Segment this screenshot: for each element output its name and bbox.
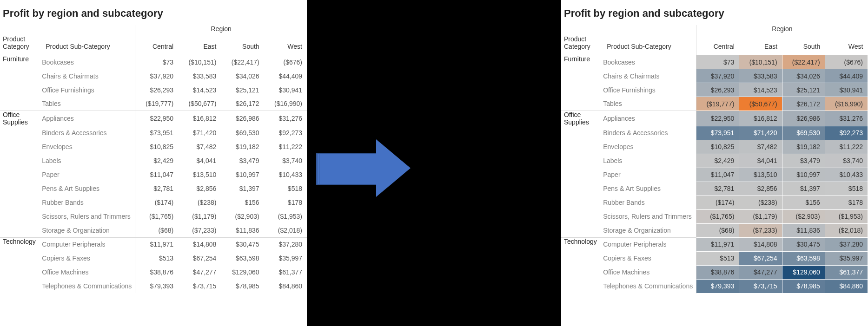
profit-cell: $69,530 [221, 126, 264, 140]
profit-cell: $26,986 [221, 111, 264, 126]
profit-cell: $2,429 [696, 154, 739, 168]
profit-cell: ($676) [825, 55, 868, 69]
profit-cell: $69,530 [782, 126, 825, 140]
subcategory-label: Pens & Art Supplies [603, 182, 696, 196]
subcategory-label: Bookcases [603, 55, 696, 69]
profit-cell: $14,523 [739, 83, 782, 97]
category-label [561, 251, 603, 265]
profit-cell: $71,420 [178, 126, 221, 140]
profit-cell: $3,479 [221, 154, 264, 168]
category-label [561, 97, 603, 111]
profit-cell: $35,997 [825, 251, 868, 265]
profit-cell: $71,420 [739, 126, 782, 140]
table-row: Chairs & Chairmats$37,920$33,583$34,026$… [0, 69, 307, 83]
profit-cell: $11,836 [221, 223, 264, 237]
profit-cell: $63,598 [221, 251, 264, 265]
table-row: Pens & Art Supplies$2,781$2,856$1,397$51… [0, 182, 307, 196]
subcategory-label: Storage & Organization [603, 223, 696, 237]
category-label [561, 279, 603, 293]
subcategory-label: Paper [603, 168, 696, 182]
profit-cell: ($10,151) [739, 55, 782, 69]
profit-cell: $33,583 [178, 69, 221, 83]
profit-cell: ($1,765) [696, 209, 739, 223]
profit-cell: $92,273 [264, 126, 307, 140]
profit-cell: $26,986 [782, 111, 825, 126]
profit-cell: $16,812 [739, 111, 782, 126]
profit-cell: $156 [782, 196, 825, 209]
profit-cell: $47,277 [178, 265, 221, 279]
profit-cell: $26,293 [696, 83, 739, 97]
profit-cell: $19,182 [782, 140, 825, 154]
profit-cell: $129,060 [221, 265, 264, 279]
profit-cell: $2,781 [696, 182, 739, 196]
profit-cell: $7,482 [739, 140, 782, 154]
subcategory-label: Copiers & Faxes [603, 251, 696, 265]
profit-cell: $73 [135, 55, 178, 69]
profit-cell: $10,433 [825, 168, 868, 182]
profit-cell: $22,950 [135, 111, 178, 126]
col-header-region: East [178, 33, 221, 55]
profit-cell: $61,377 [264, 265, 307, 279]
table-row: FurnitureBookcases$73($10,151)($22,417)(… [0, 55, 307, 69]
profit-cell: $10,997 [221, 168, 264, 182]
category-label: Furniture [0, 55, 42, 69]
subcategory-label: Labels [42, 154, 135, 168]
profit-cell: $11,047 [135, 168, 178, 182]
profit-cell: $16,812 [178, 111, 221, 126]
region-super-header: Region [696, 25, 868, 33]
col-header-region: South [221, 33, 264, 55]
profit-cell: $1,397 [782, 182, 825, 196]
profit-cell: $31,276 [825, 111, 868, 126]
profit-cell: $4,041 [178, 154, 221, 168]
profit-cell: $73,715 [739, 279, 782, 293]
profit-cell: ($68) [135, 223, 178, 237]
col-header-subcategory: Product Sub-Category [603, 33, 696, 55]
profit-cell: $2,856 [739, 182, 782, 196]
page-title: Profit by region and subcategory [561, 0, 868, 25]
profit-cell: $518 [825, 182, 868, 196]
subcategory-label: Rubber Bands [603, 196, 696, 209]
category-label [0, 251, 42, 265]
category-label [561, 126, 603, 140]
table-row: Envelopes$10,825$7,482$19,182$11,222 [0, 140, 307, 154]
profit-cell: ($68) [696, 223, 739, 237]
profit-cell: $30,941 [825, 83, 868, 97]
profit-cell: ($50,677) [178, 97, 221, 111]
profit-cell: $67,254 [178, 251, 221, 265]
category-label: Office Supplies [561, 111, 603, 126]
subcategory-label: Office Furnishings [603, 83, 696, 97]
profit-cell: $14,808 [178, 237, 221, 251]
table-row: Chairs & Chairmats$37,920$33,583$34,026$… [561, 69, 868, 83]
subcategory-label: Computer Peripherals [603, 237, 696, 251]
profit-cell: $513 [696, 251, 739, 265]
profit-cell: $513 [135, 251, 178, 265]
profit-cell: ($22,417) [782, 55, 825, 69]
profit-cell: $78,985 [221, 279, 264, 293]
category-label [0, 279, 42, 293]
profit-cell: $11,222 [825, 140, 868, 154]
table-row: Binders & Accessories$73,951$71,420$69,5… [561, 126, 868, 140]
profit-cell: ($238) [178, 196, 221, 209]
profit-cell: $518 [264, 182, 307, 196]
profit-cell: ($174) [135, 196, 178, 209]
profit-cell: $11,047 [696, 168, 739, 182]
profit-cell: $10,433 [264, 168, 307, 182]
profit-cell: $37,280 [264, 237, 307, 251]
table-row: Labels$2,429$4,041$3,479$3,740 [0, 154, 307, 168]
category-label [0, 223, 42, 237]
profit-cell: $84,860 [264, 279, 307, 293]
subcategory-label: Telephones & Communications [42, 279, 135, 293]
profit-cell: $84,860 [825, 279, 868, 293]
profit-cell: ($16,990) [264, 97, 307, 111]
profit-cell: ($676) [264, 55, 307, 69]
subcategory-label: Chairs & Chairmats [42, 69, 135, 83]
profit-cell: $178 [825, 196, 868, 209]
col-header-region: East [739, 33, 782, 55]
subcategory-label: Binders & Accessories [603, 126, 696, 140]
table-row: Office SuppliesAppliances$22,950$16,812$… [561, 111, 868, 126]
profit-cell: ($174) [696, 196, 739, 209]
profit-cell: ($16,990) [825, 97, 868, 111]
category-label [561, 140, 603, 154]
profit-cell: $3,740 [264, 154, 307, 168]
category-label [561, 83, 603, 97]
